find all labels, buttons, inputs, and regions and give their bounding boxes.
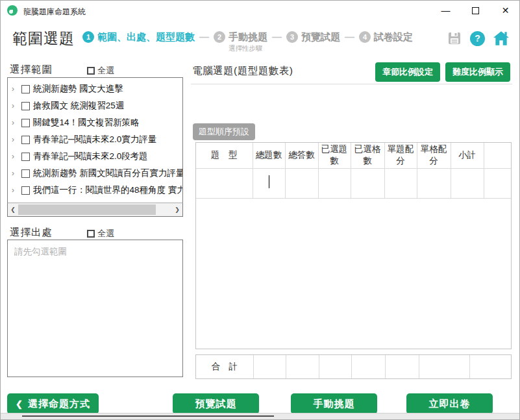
table-header-cell: 總題數 [253,143,285,168]
step-4: 4 試卷設定 [359,30,413,44]
expand-arrow-icon[interactable]: › [12,169,20,178]
cell-points-per-question[interactable] [384,168,417,198]
minimize-button[interactable]: — [439,3,452,18]
table-header-cell: 小計 [451,143,484,168]
window-title: 龍騰題庫命題系統 [23,6,86,18]
title-bar: 龍騰題庫命題系統 — ✕ [1,1,519,20]
maximize-icon [472,7,479,14]
source-select-all[interactable]: 全選 [87,228,114,240]
step-4-number: 4 [359,31,371,43]
window-controls: — ✕ [439,3,512,18]
text-cursor [269,175,270,188]
page-title: 範圍選題 [12,29,75,49]
table-header-row: 題 型總題數總答數已選題數已選格數單題配分單格配分小計 [196,143,511,168]
tree-item-label: 關鍵雙14！國文複習新策略 [33,117,140,129]
generate-exam-button[interactable]: 立即出卷 [406,393,493,414]
total-cell [419,355,469,378]
step-2-sublabel: 選擇性步驟 [229,44,267,52]
tree-item[interactable]: › 關鍵雙14！國文複習新策略 [8,114,182,131]
chevron-left-icon: ❮ [16,399,23,409]
expand-arrow-icon[interactable]: › [12,118,20,127]
step-separator: — [272,30,282,44]
cell-extra[interactable] [484,168,511,198]
cell-subtotal[interactable] [451,168,484,198]
tree-item[interactable]: › 青春筆記─閱讀未來2.0段考題 [8,148,182,165]
step-3-label: 預覽試題 [301,30,340,44]
scroll-right-icon[interactable]: ❯ [172,203,182,216]
table-header-cell: 單格配分 [417,143,451,168]
step-separator: — [345,30,354,44]
total-cell [253,355,286,378]
table-header-cell: 已選格數 [351,143,384,168]
table-header-cell: 單題配分 [384,143,417,168]
step-1-label: 範圍、出處、題型題數 [97,30,195,44]
app-window: 龍騰題庫命題系統 — ✕ 範圍選題 1 範圍、出處、題型題數 — 2 手動挑題 … [0,0,520,420]
tree-item-label: 統測新趨勢 國文大進擊 [33,83,123,95]
tree-item[interactable]: › 我們這一行：閱讀世界的48種角度 實力評量 [8,182,182,199]
source-placeholder: 請先勾選範圍 [8,240,182,264]
item-checkbox[interactable] [21,102,30,110]
home-icon[interactable] [493,31,510,46]
tree-item-label: 我們這一行：閱讀世界的48種角度 實力評量 [33,184,182,196]
source-select-all-label: 全選 [97,228,114,240]
question-type-table: 題 型總題數總答數已選題數已選格數單題配分單格配分小計 [195,142,512,349]
step-2-number: 2 [214,31,225,43]
manual-pick-button[interactable]: 手動挑題 [291,393,377,414]
cell-selected-questions[interactable] [318,168,351,198]
item-checkbox[interactable] [21,153,30,161]
total-row: 合 計 [196,355,511,378]
expand-arrow-icon[interactable]: › [12,84,20,93]
tree-item-label: 統測新趨勢 新國文閱讀百分百實力評量 [33,167,182,179]
total-cell [319,355,351,378]
close-button[interactable]: ✕ [499,3,512,18]
item-checkbox[interactable] [21,186,30,195]
question-order-badge[interactable]: 題型順序預設 [193,123,255,140]
table-row [196,168,511,198]
range-select-all-checkbox[interactable] [87,67,95,75]
app-logo-icon [7,5,18,16]
horizontal-scrollbar[interactable]: ❮ ❯ [7,203,183,217]
item-checkbox[interactable] [21,169,30,178]
cell-selected-blanks[interactable] [351,168,384,198]
range-select-all[interactable]: 全選 [87,65,114,77]
total-cell [286,355,319,378]
table-header-cell: 總答數 [285,143,318,168]
cell-question-type[interactable] [196,168,253,198]
background-window-edge [1,413,519,419]
step-2: 2 手動挑題 選擇性步驟 [214,30,267,52]
cell-total-answers[interactable] [285,168,318,198]
item-checkbox[interactable] [21,136,30,144]
section-divider [191,84,512,84]
save-icon[interactable] [447,31,462,46]
expand-arrow-icon[interactable]: › [12,186,20,195]
help-icon[interactable]: ? [470,31,485,46]
expand-arrow-icon[interactable]: › [12,152,20,161]
expand-arrow-icon[interactable]: › [12,135,20,144]
back-button-label: 選擇命題方式 [28,398,90,410]
scroll-left-icon[interactable]: ❮ [8,203,18,216]
item-checkbox[interactable] [21,85,30,93]
difficulty-ratio-button[interactable]: 難度比例顯示 [445,62,510,82]
tree-item[interactable]: › 統測新趨勢 國文大進擊 [8,80,182,97]
total-cell [385,355,419,378]
tree-item[interactable]: › 青春筆記─閱讀未來2.0實力評量 [8,131,182,148]
range-select-all-label: 全選 [97,65,114,77]
maximize-button[interactable] [469,3,482,18]
chapter-ratio-button[interactable]: 章節比例設定 [375,62,440,82]
step-separator: — [199,30,209,44]
preview-questions-button[interactable]: 預覽試題 [173,393,259,414]
computer-selection-title: 電腦選題(題型題數表) [192,64,293,78]
cell-points-per-blank[interactable] [417,168,451,198]
tree-item[interactable]: › 搶救國文 統測複習25週 [8,97,182,114]
range-section-title: 選擇範圍 [10,63,53,77]
expand-arrow-icon[interactable]: › [12,101,20,110]
scrollbar-thumb[interactable] [18,204,156,215]
table-header-cell [484,143,511,168]
cell-total-questions[interactable] [253,168,285,198]
item-checkbox[interactable] [21,119,30,127]
tree-item[interactable]: › 統測新趨勢 新國文閱讀百分百實力評量 [8,165,182,182]
choose-method-back-button[interactable]: ❮ 選擇命題方式 [7,393,99,414]
source-select-all-checkbox[interactable] [87,230,95,238]
header-icons: ? [447,31,510,46]
source-section-title: 選擇出處 [10,226,53,240]
